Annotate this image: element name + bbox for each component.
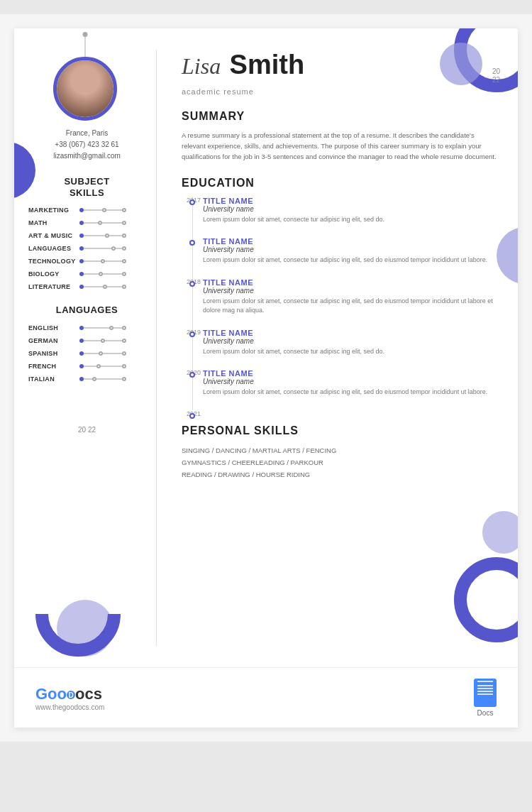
avatar-hang [85,35,86,57]
lang-bar-english [82,327,145,329]
skill-literature: LITERATURE [28,283,145,290]
edu-uni-1: University name [203,205,500,213]
lang-label-french: FRENCH [28,363,78,370]
edu-uni-5: University name [203,378,500,385]
edu-dot-6 [189,413,195,419]
lang-label-italian: ITALIAN [28,375,78,383]
docs-label: Docs [477,709,494,717]
sidebar: France, Paris +38 (067) 423 32 61 lizasm… [14,28,156,667]
skill-dot-end [122,285,126,289]
avatar-img [57,60,113,117]
edu-dot-1 [189,199,195,205]
edu-dot-4 [189,331,195,337]
skill-track [82,366,124,367]
languages-title: LANGUAGES [28,304,145,316]
skill-dot-start [79,221,84,225]
lang-label-german: GERMAN [28,337,78,344]
year-badge: 2022 [492,67,500,84]
skill-dot-mid [109,326,113,330]
resume-container: France, Paris +38 (067) 423 32 61 lizasm… [14,28,518,728]
skill-dot-mid [98,221,102,225]
skill-track [82,209,124,211]
brand-area: Goo D ocs www.thegoodocs.com [35,685,104,711]
lang-bar-french [82,366,145,367]
contact-info: France, Paris +38 (067) 423 32 61 lizasm… [28,128,145,162]
skill-track [82,235,124,236]
languages-section: LANGUAGES ENGLISH GERMAN [28,304,145,383]
skill-track [82,248,124,249]
skill-track [82,273,124,275]
skill-track [82,340,124,341]
contact-location: France, Paris [28,128,145,139]
skill-dot-end [122,339,126,343]
skill-dot-end [122,246,126,251]
lang-bar-spanish [82,353,145,354]
lang-label-spanish: SPANISH [28,350,78,357]
docs-icon-shape [474,679,497,707]
skill-languages: LANGUAGES [28,245,145,252]
skill-track [82,286,124,287]
edu-dot-2 [189,240,195,246]
skill-dot-mid [96,364,101,368]
skill-bar-marketing [82,209,145,211]
avatar-ring [53,57,117,121]
skill-bar-art [82,235,145,236]
skill-bar-math [82,222,145,224]
edu-item-1: 2017 TITLE NAME University name Lorem ip… [203,197,500,225]
edu-title-2: TITLE NAME [203,237,500,246]
skill-dot-mid [102,208,106,212]
first-name: Lisa [182,53,221,79]
skill-biology: BIOLOGY [28,270,145,278]
lang-bar-german [82,340,145,341]
edu-dot-5 [189,372,195,378]
skill-art-music: ART & MUSIC [28,232,145,239]
personal-skills-text: SINGING / DANCING / MARTIAL ARTS / FENCI… [182,444,500,481]
skill-label-biology: BIOLOGY [28,270,78,278]
skill-dot-end [122,364,126,368]
skill-dot-start [79,272,84,276]
education-timeline: 2017 TITLE NAME University name Lorem ip… [182,197,500,410]
skill-marketing: MARKETING [28,207,145,214]
skill-dot-end [122,351,126,356]
avatar-container [53,57,117,121]
last-name: Smith [230,50,305,79]
skill-dot-end [122,326,126,330]
personal-skills-title: PERSONAL SKILLS [182,424,500,437]
skill-technology: TECHNOLOGY [28,258,145,265]
edu-content-2: TITLE NAME University name Lorem ipsum d… [203,237,500,265]
skill-dot-mid [103,285,107,289]
skill-label-art-music: ART & MUSIC [28,232,78,239]
resume-subtitle: academic resume [182,87,500,96]
name-area: Lisa Smith 2022 [182,50,500,84]
main-content: Lisa Smith 2022 academic resume SUMMARY … [160,28,518,667]
skill-label-technology: TECHNOLOGY [28,258,78,265]
contact-email: lizasmith@gmail.com [28,150,145,162]
edu-title-1: TITLE NAME [203,197,500,205]
page-wrapper: France, Paris +38 (067) 423 32 61 lizasm… [0,14,532,742]
education-title: EDUCATION [182,177,500,190]
skill-bar-biology [82,273,145,275]
skill-dot-mid [101,339,105,343]
skill-track [82,353,124,354]
edu-item-3: 2018 TITLE NAME University name Lorem ip… [203,278,500,316]
personal-skills-section: PERSONAL SKILLS SINGING / DANCING / MART… [182,424,500,481]
brand-logo: Goo D ocs [35,685,104,703]
edu-desc-4: Lorem ipsum dolor sit amet, consecte tur… [203,347,500,357]
skill-dot-mid [111,246,116,251]
edu-uni-2: University name [203,246,500,253]
subject-skills-section: SUBJECTSKILLS MARKETING MATH [28,176,145,290]
summary-section: SUMMARY A resume summary is a profession… [182,110,500,163]
skill-label-marketing: MARKETING [28,207,78,214]
skill-dot-start [79,234,84,238]
edu-title-4: TITLE NAME [203,329,500,337]
skill-track [82,260,124,262]
edu-content-5: TITLE NAME University name Lorem ipsum d… [203,369,500,397]
edu-item-4: 2019 TITLE NAME University name Lorem ip… [203,329,500,357]
lang-label-english: ENGLISH [28,324,78,331]
edu-desc-5: Lorem ipsum dolor sit amet, consecte tur… [203,388,500,397]
skill-dot-mid [99,272,103,276]
skill-track [82,327,124,329]
skill-dot-end [122,221,126,225]
skill-dot-start [79,351,84,356]
lang-italian: ITALIAN [28,375,145,383]
